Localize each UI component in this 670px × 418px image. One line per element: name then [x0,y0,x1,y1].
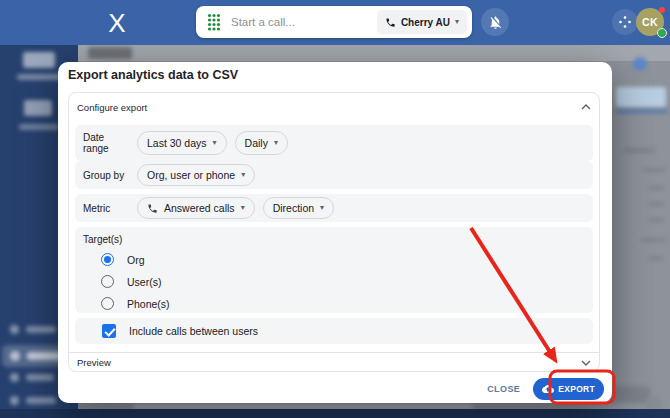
radio-option-label: Phone(s) [127,298,170,310]
avatar-initials: CK [642,16,658,28]
metric-label: Metric [75,203,129,214]
include-calls-label: Include calls between users [129,325,258,337]
group-by-label: Group by [75,170,129,181]
app-logo[interactable]: X [101,7,133,39]
targets-label: Target(s) [75,227,593,245]
user-avatar[interactable]: CK [636,8,664,36]
export-dialog: Export analytics data to CSV Configure e… [58,62,612,403]
content-blurred-text [640,238,666,242]
sidebar-blurred-dot [10,325,19,334]
grid-dots-icon [618,15,632,29]
device-selector[interactable]: Cherry AU ▾ [377,10,467,34]
content-blurred-tab [616,87,666,107]
date-range-value: Last 30 days [147,137,207,149]
dots-menu-button[interactable] [612,9,638,35]
notifications-muted-button[interactable] [481,8,509,36]
export-button-label: EXPORT [558,384,595,394]
configure-export-label: Configure export [77,102,147,113]
caret-down-icon: ▾ [320,204,324,212]
online-status-dot [657,28,667,38]
radio-option-label: Org [127,254,145,266]
radio-option-users[interactable]: User(s) [75,274,593,289]
start-call-input[interactable]: Start a call... [231,16,295,28]
radio-option-label: User(s) [127,276,161,288]
targets-row: Target(s) Org User(s) Phone(s) [75,227,593,313]
device-selector-label: Cherry AU [401,17,450,28]
content-top-strip [78,45,670,61]
window-bottom-edge [0,409,670,418]
caret-down-icon: ▾ [213,139,217,147]
radio-option-org[interactable]: Org [75,252,593,267]
start-call-bar[interactable]: Start a call... Cherry AU ▾ [196,6,472,38]
chevron-up-icon [581,104,591,110]
sidebar-blurred-icon [24,100,52,116]
date-range-select[interactable]: Last 30 days ▾ [137,131,227,155]
content-blurred-text [642,168,666,172]
group-by-value: Org, user or phone [147,169,235,181]
app-window: X Start a call... Cherry AU ▾ [0,0,670,418]
include-calls-checkbox[interactable] [102,324,116,338]
group-by-select[interactable]: Org, user or phone ▾ [137,164,255,186]
sidebar-blurred-label [27,352,61,360]
close-button[interactable]: CLOSE [487,384,520,394]
preview-label: Preview [77,357,111,368]
radio-button[interactable] [101,275,114,288]
sidebar-blurred-label [17,74,61,80]
content-blurred-text [648,202,664,206]
phone-icon [385,17,396,28]
dialog-title: Export analytics data to CSV [68,68,238,82]
sidebar-blurred-dot [10,351,20,361]
sidebar-blurred-label [26,397,56,404]
sidebar-blurred-dot [10,373,19,382]
phone-icon [147,203,158,214]
cloud-upload-icon [542,384,554,394]
sidebar-blurred-label [26,326,56,333]
export-button[interactable]: EXPORT [533,378,604,400]
content-blurred-text [648,186,664,190]
interval-select[interactable]: Daily ▾ [235,131,288,155]
sidebar-blurred-label [26,374,54,381]
configure-export-section-header[interactable]: Configure export [69,93,599,121]
caret-down-icon: ▾ [455,18,459,26]
caret-down-icon: ▾ [241,204,245,212]
bell-off-icon [488,15,503,30]
content-blurred-button [88,47,132,59]
content-blurred-tab-underline [616,110,668,113]
topbar: X Start a call... Cherry AU ▾ [0,0,670,45]
preview-section-header[interactable]: Preview [69,352,599,372]
direction-select[interactable]: Direction ▾ [263,197,334,219]
date-range-label: Date range [75,132,129,154]
interval-value: Daily [245,137,268,149]
content-blurred-text [648,218,664,222]
direction-value: Direction [273,202,314,214]
chevron-down-icon [581,360,591,366]
metric-row: Metric Answered calls ▾ Direction ▾ [75,194,593,222]
sidebar-blurred-icon [23,52,55,68]
content-blurred-icon [633,57,647,71]
radio-option-phones[interactable]: Phone(s) [75,296,593,311]
date-range-row: Date range Last 30 days ▾ Daily ▾ [75,125,593,161]
caret-down-icon: ▾ [274,139,278,147]
metric-select[interactable]: Answered calls ▾ [137,197,255,219]
dialpad-icon [207,13,221,31]
content-blurred-text [624,148,654,153]
radio-button[interactable] [101,297,114,310]
caret-down-icon: ▾ [241,171,245,179]
notification-badge [659,7,665,13]
include-calls-row[interactable]: Include calls between users [75,318,593,344]
metric-value: Answered calls [164,202,235,214]
sidebar-blurred-dot [10,396,19,405]
dialog-footer: CLOSE EXPORT [487,376,604,402]
content-blurred-text [648,256,664,260]
group-by-row: Group by Org, user or phone ▾ [75,161,593,189]
configure-accordion: Configure export Date range Last 30 days… [68,92,600,372]
radio-button-selected[interactable] [101,253,114,266]
sidebar-blurred-label [19,124,59,130]
